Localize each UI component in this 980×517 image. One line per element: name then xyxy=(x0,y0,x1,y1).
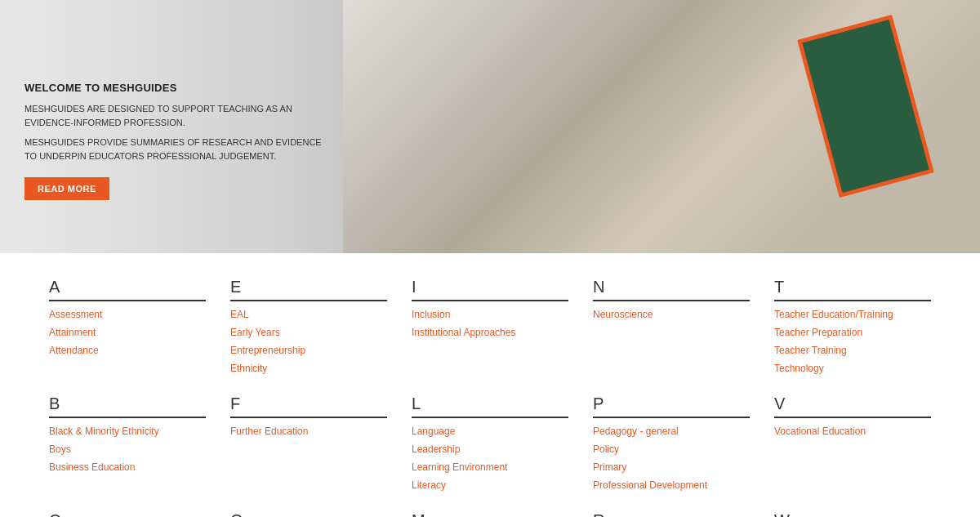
list-item: Early Years xyxy=(230,324,387,339)
list-item: Teacher Training xyxy=(774,342,931,357)
directory-section-m: MMathematicsMusic xyxy=(403,511,577,517)
list-item: Entrepreneurship xyxy=(230,342,387,357)
directory-section: AAssessmentAttainmentAttendanceEEALEarly… xyxy=(0,253,980,517)
list-item: Teacher Education/Training xyxy=(774,306,931,321)
hero-title: WELCOME TO MESHGUIDES xyxy=(24,82,335,94)
dir-link[interactable]: Neuroscience xyxy=(593,309,653,320)
dir-links-f: Further Education xyxy=(230,423,387,438)
hero-section: WELCOME TO MESHGUIDES MESHGUIDES ARE DES… xyxy=(0,0,980,253)
directory-section-p: PPedagogy - generalPolicyPrimaryProfessi… xyxy=(585,394,758,495)
dir-letter-f: F xyxy=(230,394,387,418)
list-item: EAL xyxy=(230,306,387,321)
list-item: Boys xyxy=(49,441,206,456)
dir-link[interactable]: Black & Minority Ethnicity xyxy=(49,426,159,437)
dir-links-p: Pedagogy - generalPolicyPrimaryProfessio… xyxy=(593,423,750,492)
dir-link[interactable]: Inclusion xyxy=(412,309,450,320)
dir-link[interactable]: Literacy xyxy=(412,479,446,491)
dir-letter-n: N xyxy=(593,278,750,301)
list-item: Teacher Preparation xyxy=(774,324,931,339)
directory-section-r: RReadingResearch xyxy=(585,511,758,517)
list-item: Attendance xyxy=(49,342,206,357)
dir-letter-p: P xyxy=(593,394,750,418)
hero-book-decoration xyxy=(797,15,934,198)
hero-image xyxy=(343,0,980,253)
directory-section-c: CCued SpeechCurriculum xyxy=(41,511,214,517)
list-item: Ethnicity xyxy=(230,360,387,375)
dir-letter-a: A xyxy=(49,278,206,301)
directory-section-t: TTeacher Education/TrainingTeacher Prepa… xyxy=(766,278,939,378)
directory-section-n: NNeuroscience xyxy=(585,278,758,378)
dir-link[interactable]: Technology xyxy=(774,363,824,374)
list-item: Professional Development xyxy=(593,477,750,492)
list-item: Primary xyxy=(593,459,750,474)
list-item: Literacy xyxy=(412,477,568,492)
directory-section-a: AAssessmentAttainmentAttendance xyxy=(41,278,214,378)
list-item: Policy xyxy=(593,441,750,456)
dir-link[interactable]: Primary xyxy=(593,461,626,473)
dir-letter-r: R xyxy=(593,511,750,517)
read-more-button[interactable]: READ MORE xyxy=(24,177,109,200)
list-item: Learning Environment xyxy=(412,459,568,474)
dir-links-a: AssessmentAttainmentAttendance xyxy=(49,306,206,357)
dir-letter-e: E xyxy=(230,278,387,301)
hero-text-1: MESHGUIDES ARE DESIGNED TO SUPPORT TEACH… xyxy=(24,102,335,129)
dir-link[interactable]: Entrepreneurship xyxy=(230,345,305,356)
dir-link[interactable]: Institutional Approaches xyxy=(412,327,515,338)
dir-letter-t: T xyxy=(774,278,931,301)
list-item: Attainment xyxy=(49,324,206,339)
dir-letter-v: V xyxy=(774,394,931,418)
dir-link[interactable]: Vocational Education xyxy=(774,426,866,437)
dir-links-b: Black & Minority EthnicityBoysBusiness E… xyxy=(49,423,206,474)
list-item: Vocational Education xyxy=(774,423,931,438)
dir-link[interactable]: Teacher Preparation xyxy=(774,327,862,338)
dir-link[interactable]: Ethnicity xyxy=(230,363,267,374)
directory-section-b: BBlack & Minority EthnicityBoysBusiness … xyxy=(41,394,214,495)
dir-link[interactable]: Boys xyxy=(49,443,71,455)
dir-link[interactable]: Leadership xyxy=(412,443,460,455)
hero-text-2: MESHGUIDES PROVIDE SUMMARIES OF RESEARCH… xyxy=(24,136,335,163)
dir-links-t: Teacher Education/TrainingTeacher Prepar… xyxy=(774,306,931,375)
dir-link[interactable]: Attendance xyxy=(49,345,99,356)
dir-links-n: Neuroscience xyxy=(593,306,750,321)
dir-link[interactable]: Professional Development xyxy=(593,479,707,491)
list-item: Business Education xyxy=(49,459,206,474)
dir-letter-w: W xyxy=(774,511,931,517)
dir-link[interactable]: Pedagogy - general xyxy=(593,426,679,437)
list-item: Pedagogy - general xyxy=(593,423,750,438)
dir-link[interactable]: Teacher Training xyxy=(774,345,847,356)
hero-content: WELCOME TO MESHGUIDES MESHGUIDES ARE DES… xyxy=(24,82,335,200)
list-item: Leadership xyxy=(412,441,568,456)
directory-section-w: WWriting xyxy=(766,511,939,517)
dir-links-i: InclusionInstitutional Approaches xyxy=(412,306,568,339)
directory-section-g: GGenderGirls xyxy=(222,511,395,517)
list-item: Further Education xyxy=(230,423,387,438)
dir-link[interactable]: Assessment xyxy=(49,309,102,320)
dir-link[interactable]: Language xyxy=(412,426,455,437)
list-item: Assessment xyxy=(49,306,206,321)
directory-section-f: FFurther Education xyxy=(222,394,395,495)
dir-letter-c: C xyxy=(49,511,206,517)
dir-letter-i: I xyxy=(412,278,568,301)
list-item: Inclusion xyxy=(412,306,568,321)
dir-link[interactable]: Teacher Education/Training xyxy=(774,309,893,320)
dir-link[interactable]: Learning Environment xyxy=(412,461,507,473)
list-item: Institutional Approaches xyxy=(412,324,568,339)
dir-links-v: Vocational Education xyxy=(774,423,931,438)
directory-section-v: VVocational Education xyxy=(766,394,939,495)
dir-letter-b: B xyxy=(49,394,206,418)
directory-section-l: LLanguageLeadershipLearning EnvironmentL… xyxy=(403,394,577,495)
dir-letter-g: G xyxy=(230,511,387,517)
list-item: Language xyxy=(412,423,568,438)
dir-link[interactable]: Further Education xyxy=(230,426,308,437)
dir-link[interactable]: EAL xyxy=(230,309,249,320)
dir-link[interactable]: Policy xyxy=(593,443,619,455)
dir-link[interactable]: Attainment xyxy=(49,327,96,338)
dir-link[interactable]: Early Years xyxy=(230,327,280,338)
directory-grid: AAssessmentAttainmentAttendanceEEALEarly… xyxy=(41,278,939,517)
dir-letter-m: M xyxy=(412,511,568,517)
directory-section-i: IInclusionInstitutional Approaches xyxy=(403,278,577,378)
list-item: Black & Minority Ethnicity xyxy=(49,423,206,438)
dir-links-e: EALEarly YearsEntrepreneurshipEthnicity xyxy=(230,306,387,375)
dir-letter-l: L xyxy=(412,394,568,418)
dir-link[interactable]: Business Education xyxy=(49,461,135,473)
